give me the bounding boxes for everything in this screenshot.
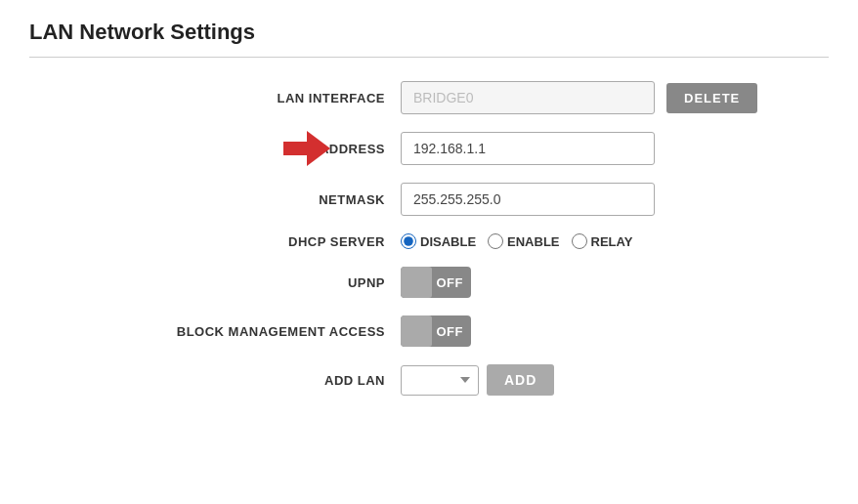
add-lan-label: ADD LAN [29,373,401,388]
add-lan-select[interactable] [401,365,479,396]
dhcp-enable-label: ENABLE [507,234,559,249]
dhcp-disable-label: DISABLE [420,234,476,249]
svg-marker-1 [307,131,330,166]
ip-address-label: IP ADDRESS [29,142,401,156]
upnp-label: UPNP [29,275,401,290]
ip-address-row: IP ADDRESS [29,132,829,165]
add-lan-row: ADD LAN ADD [29,364,829,396]
ip-address-input[interactable] [401,132,655,165]
dhcp-server-row: DHCP SERVER DISABLE ENABLE RELAY [29,233,829,249]
dhcp-radio-group: DISABLE ENABLE RELAY [401,233,638,249]
dhcp-relay-label: RELAY [591,234,633,249]
upnp-row: UPNP OFF [29,267,829,298]
upnp-toggle[interactable]: OFF [401,267,471,298]
page-title: LAN Network Settings [29,20,829,45]
lan-interface-row: LAN INTERFACE DELETE [29,81,829,114]
block-management-toggle-thumb [401,315,432,347]
dhcp-enable-option[interactable]: ENABLE [488,233,559,249]
netmask-input[interactable] [401,183,655,216]
upnp-toggle-state: OFF [437,275,464,290]
block-management-row: BLOCK MANAGEMENT ACCESS OFF [29,315,829,347]
delete-button[interactable]: DELETE [666,83,757,113]
upnp-toggle-thumb [401,267,432,298]
dhcp-relay-option[interactable]: RELAY [572,233,633,249]
lan-interface-label: LAN INTERFACE [29,91,401,105]
divider [29,57,829,58]
upnp-toggle-switch[interactable]: OFF [401,267,471,298]
block-management-toggle[interactable]: OFF [401,315,471,347]
lan-interface-input[interactable] [401,81,655,114]
netmask-label: NETMASK [29,192,401,207]
block-management-label: BLOCK MANAGEMENT ACCESS [29,324,401,339]
block-management-toggle-switch[interactable]: OFF [401,315,471,347]
dhcp-disable-option[interactable]: DISABLE [401,233,476,249]
dhcp-disable-radio[interactable] [401,233,416,249]
dhcp-enable-radio[interactable] [488,233,503,249]
svg-rect-0 [283,142,309,155]
dhcp-relay-radio[interactable] [572,233,587,249]
block-management-toggle-state: OFF [437,324,464,339]
netmask-row: NETMASK [29,183,829,216]
add-button[interactable]: ADD [487,364,554,396]
ip-address-arrow-indicator [283,131,330,166]
dhcp-server-label: DHCP SERVER [29,234,401,249]
red-arrow-icon [283,131,330,166]
